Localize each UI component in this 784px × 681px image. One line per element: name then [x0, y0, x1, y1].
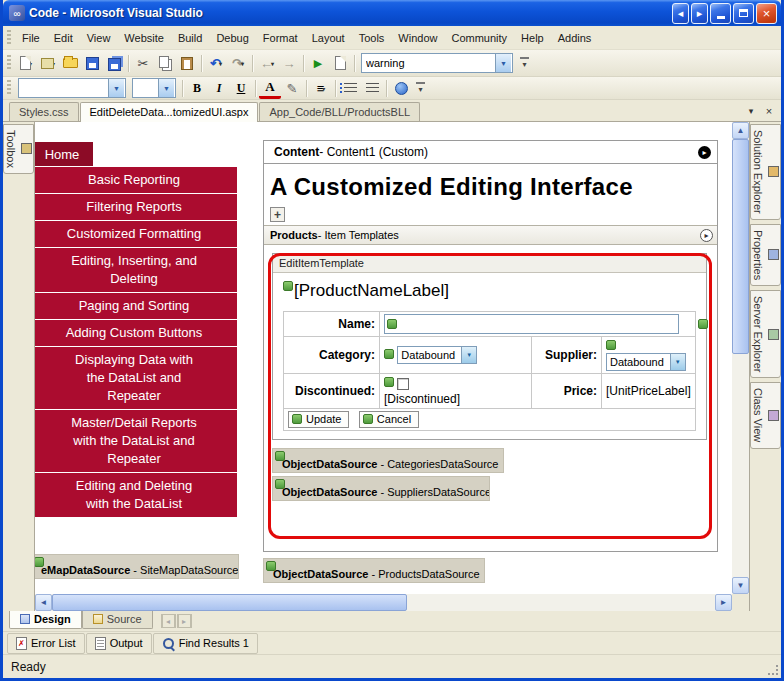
toolbar-grip[interactable]	[7, 80, 11, 96]
nav-item-editing-deleting-datalist[interactable]: Editing and Deleting with the DataList	[35, 472, 237, 517]
scroll-left-button[interactable]: ◄	[35, 594, 52, 611]
nav-item-home[interactable]: Home	[35, 142, 93, 166]
smart-tag-button[interactable]: ▸	[700, 229, 713, 242]
highlight-button[interactable]: ✎	[281, 78, 303, 99]
font-color-button[interactable]: A	[259, 78, 281, 99]
nav-item-customized-formatting[interactable]: Customized Formatting	[35, 220, 237, 247]
menu-view[interactable]: View	[80, 28, 118, 48]
toolbar-grip[interactable]	[7, 30, 11, 46]
font-size-input[interactable]	[133, 80, 158, 96]
sitemapdatasource-control[interactable]: eMapDataSource - SiteMapDataSource1	[35, 554, 239, 579]
smart-tag-button[interactable]: ▸	[698, 146, 711, 159]
dropdown-arrow-icon[interactable]: ▼	[461, 347, 476, 363]
font-name-combobox[interactable]: ▼	[18, 78, 126, 98]
font-size-dropdown-button[interactable]: ▼	[158, 79, 174, 97]
scroll-up-button[interactable]: ▲	[732, 122, 749, 139]
design-surface[interactable]: Home Basic Reporting Filtering Reports C…	[35, 122, 732, 594]
categories-datasource-control[interactable]: ObjectDataSource - CategoriesDataSource	[272, 448, 504, 473]
copy-button[interactable]	[154, 53, 176, 74]
scroll-down-button[interactable]: ▼	[732, 577, 749, 594]
suppliers-datasource-control[interactable]: ObjectDataSource - SuppliersDataSource	[272, 476, 490, 501]
update-button[interactable]: Update	[288, 411, 349, 428]
menu-addins[interactable]: Addins	[551, 28, 599, 48]
dropdown-arrow-icon[interactable]: ▼	[670, 354, 685, 370]
horizontal-scroll-track[interactable]	[52, 594, 715, 611]
italic-button[interactable]: I	[208, 78, 230, 99]
hyperlink-button[interactable]	[390, 78, 412, 99]
horizontal-scrollbar[interactable]: ◄ ►	[35, 594, 732, 611]
tab-output[interactable]: Output	[86, 633, 152, 654]
product-name-label[interactable]: [ProductNameLabel]	[283, 281, 696, 301]
toolbar-options-button[interactable]: ▾	[518, 53, 531, 74]
toolbar-options-button[interactable]: ▾	[414, 78, 427, 99]
nav-item-filtering-reports[interactable]: Filtering Reports	[35, 193, 237, 220]
sidebar-item-solution-explorer[interactable]: Solution Explorer	[750, 124, 781, 220]
validator-glyph-icon[interactable]	[698, 319, 708, 329]
cut-button[interactable]: ✂	[132, 53, 154, 74]
add-item-button[interactable]: ▾	[37, 53, 59, 74]
underline-button[interactable]: U	[230, 78, 252, 99]
navigate-forward-button[interactable]: →	[278, 53, 300, 74]
menu-file[interactable]: File	[15, 28, 47, 48]
tab-styles-css[interactable]: Styles.css	[9, 102, 79, 121]
products-control-header[interactable]: Products - Item Templates ▸	[264, 225, 717, 245]
tab-design-view[interactable]: Design	[9, 611, 82, 629]
redo-button[interactable]: ↷▾	[227, 53, 249, 74]
move-handle-icon[interactable]: +	[270, 207, 285, 222]
vertical-scroll-thumb[interactable]	[732, 139, 749, 354]
close-document-button[interactable]: ×	[761, 103, 777, 119]
toolbar-grip[interactable]	[7, 55, 11, 71]
menu-window[interactable]: Window	[391, 28, 444, 48]
menu-layout[interactable]: Layout	[305, 28, 352, 48]
tab-list-dropdown-button[interactable]: ▾	[743, 103, 759, 119]
nav-item-displaying-data[interactable]: Displaying Data with the DataList and Re…	[35, 346, 237, 409]
scroll-tabs-left-button[interactable]: ◂	[161, 614, 176, 628]
tab-editdeletedata-aspx[interactable]: EditDeleteData...tomizedUI.aspx	[80, 102, 259, 122]
menu-format[interactable]: Format	[256, 28, 305, 48]
save-button[interactable]	[81, 53, 103, 74]
paste-button[interactable]	[176, 53, 198, 74]
sidebar-item-toolbox[interactable]: Toolbox	[3, 124, 34, 174]
view-in-browser-button[interactable]	[329, 53, 351, 74]
font-size-combobox[interactable]: ▼	[132, 78, 176, 98]
content-placeholder[interactable]: Content - Content1 (Custom) ▸ A Customiz…	[263, 140, 718, 552]
cancel-button[interactable]: Cancel	[359, 411, 419, 428]
tab-error-list[interactable]: Error List	[7, 633, 85, 654]
bullet-list-button[interactable]	[339, 78, 361, 99]
find-input[interactable]	[362, 55, 495, 71]
new-file-button[interactable]: ▾	[15, 53, 37, 74]
name-input[interactable]	[399, 316, 678, 332]
unit-price-label[interactable]: [UnitPriceLabel]	[606, 384, 691, 398]
start-debug-button[interactable]: ▶	[307, 53, 329, 74]
menu-help[interactable]: Help	[514, 28, 551, 48]
font-name-dropdown-button[interactable]: ▼	[108, 79, 124, 97]
horizontal-scroll-thumb[interactable]	[52, 594, 407, 611]
vertical-scroll-track[interactable]	[732, 139, 749, 577]
category-dropdown[interactable]: Databound▼	[397, 346, 477, 364]
nav-item-master-detail[interactable]: Master/Detail Reports with the DataList …	[35, 409, 237, 472]
undo-button[interactable]: ↶▾	[205, 53, 227, 74]
sidebar-item-properties[interactable]: Properties	[750, 224, 781, 286]
supplier-dropdown[interactable]: Databound▼	[606, 353, 686, 371]
dock-left-button[interactable]: ◂	[672, 3, 689, 24]
font-name-input[interactable]	[19, 80, 108, 96]
menu-tools[interactable]: Tools	[352, 28, 392, 48]
tab-source-view[interactable]: Source	[82, 611, 153, 629]
sidebar-item-class-view[interactable]: Class View	[750, 382, 781, 448]
open-file-button[interactable]	[59, 53, 81, 74]
numbered-list-button[interactable]	[361, 78, 383, 99]
discontinued-checkbox[interactable]	[397, 378, 409, 390]
alignment-button[interactable]: ≡▾	[310, 78, 332, 99]
tab-productsbll[interactable]: App_Code/BLL/ProductsBLL	[259, 102, 420, 121]
find-dropdown-button[interactable]: ▼	[495, 54, 511, 72]
sidebar-item-server-explorer[interactable]: Server Explorer	[750, 290, 781, 378]
menu-community[interactable]: Community	[444, 28, 514, 48]
products-datasource-control[interactable]: ObjectDataSource - ProductsDataSource	[263, 558, 485, 583]
nav-item-adding-custom-buttons[interactable]: Adding Custom Buttons	[35, 319, 237, 346]
navigate-back-button[interactable]: ←▾	[256, 53, 278, 74]
dock-right-button[interactable]: ▸	[691, 3, 708, 24]
nav-item-paging-sorting[interactable]: Paging and Sorting	[35, 292, 237, 319]
nav-item-basic-reporting[interactable]: Basic Reporting	[35, 166, 237, 193]
menu-build[interactable]: Build	[171, 28, 209, 48]
bold-button[interactable]: B	[186, 78, 208, 99]
